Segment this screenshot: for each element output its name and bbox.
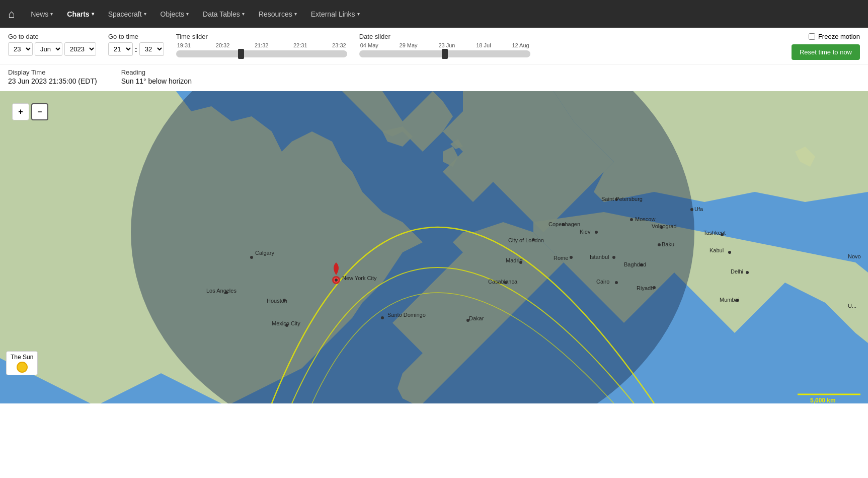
svg-text:New York City: New York City — [342, 275, 377, 281]
svg-text:Calgary: Calgary — [255, 250, 274, 256]
right-controls: Freeze motion Reset time to now — [792, 33, 860, 60]
date-tick-3: 18 Jul — [476, 42, 491, 48]
svg-text:Istanbul: Istanbul — [590, 254, 609, 260]
nav-arrow-external-links: ▾ — [357, 11, 360, 17]
reading-group: Reading Sun 11° below horizon — [121, 69, 192, 85]
goto-time-row: 21 : 32 — [108, 42, 164, 56]
date-tick-1: 29 May — [400, 42, 418, 48]
home-icon[interactable]: ⌂ — [8, 8, 15, 21]
svg-text:Santo Domingo: Santo Domingo — [387, 312, 426, 318]
controls-bar: Go to date 23 Jun 2023 Go to time 21 : 3… — [0, 28, 868, 64]
svg-text:Moscow: Moscow — [635, 216, 655, 222]
svg-point-21 — [658, 243, 661, 246]
sun-icon — [17, 362, 28, 373]
nav-item-objects[interactable]: Objects ▾ — [154, 7, 195, 21]
svg-text:Casablanca: Casablanca — [488, 279, 518, 285]
svg-text:Cairo: Cairo — [596, 279, 609, 285]
date-slider-thumb[interactable] — [442, 49, 448, 59]
svg-text:Baghdad: Baghdad — [624, 261, 646, 267]
nav-arrow-spacecraft: ▾ — [144, 11, 146, 17]
hour-select[interactable]: 21 — [108, 42, 133, 56]
svg-point-4 — [250, 256, 253, 259]
time-slider-label: Time slider — [176, 33, 347, 40]
goto-date-label: Go to date — [8, 33, 96, 40]
svg-text:Mexico City: Mexico City — [272, 320, 300, 326]
reading-label: Reading — [121, 69, 192, 76]
date-slider-wrap[interactable] — [359, 50, 530, 57]
reading-value: Sun 11° below horizon — [121, 77, 192, 85]
goto-time-label: Go to time — [108, 33, 164, 40]
svg-text:Houston: Houston — [267, 298, 287, 304]
svg-point-27 — [728, 251, 731, 254]
svg-text:Madrid: Madrid — [506, 257, 523, 263]
display-time-value: 23 Jun 2023 21:35:00 (EDT) — [8, 77, 97, 85]
freeze-label[interactable]: Freeze motion — [818, 33, 860, 40]
time-slider-group: Time slider 19:31 20:32 21:32 22:31 23:3… — [176, 33, 347, 57]
nav-arrow-news: ▾ — [50, 11, 53, 17]
date-slider-ticks: 04 May 29 May 23 Jun 18 Jul 12 Aug — [359, 42, 530, 48]
svg-text:Tashkent: Tashkent — [703, 230, 726, 236]
svg-point-9 — [381, 316, 384, 319]
svg-point-18 — [570, 256, 573, 259]
svg-point-19 — [612, 256, 615, 259]
nav-item-spacecraft[interactable]: Spacecraft ▾ — [102, 7, 152, 21]
svg-text:Kiev: Kiev — [580, 229, 591, 235]
minute-select[interactable]: 32 — [139, 42, 164, 56]
day-select[interactable]: 23 — [8, 42, 33, 56]
reset-button[interactable]: Reset time to now — [792, 44, 860, 60]
time-tick-2: 21:32 — [255, 42, 269, 48]
goto-date-row: 23 Jun 2023 — [8, 42, 96, 56]
svg-point-5 — [335, 279, 338, 282]
map-container: Calgary New York City Los Angeles Housto… — [0, 91, 868, 403]
svg-text:Dakar: Dakar — [469, 315, 484, 321]
svg-point-17 — [595, 231, 598, 234]
svg-text:Copenhagen: Copenhagen — [548, 221, 580, 227]
sun-text: The Sun — [11, 354, 33, 361]
goto-time-group: Go to time 21 : 32 — [108, 33, 164, 56]
date-tick-4: 12 Aug — [512, 42, 529, 48]
svg-text:Novo: Novo — [848, 253, 861, 259]
svg-text:Los Angeles: Los Angeles — [206, 288, 236, 294]
svg-text:Delhi: Delhi — [731, 268, 743, 275]
nav-item-data-tables[interactable]: Data Tables ▾ — [197, 7, 251, 21]
nav-arrow-charts: ▾ — [92, 11, 94, 17]
zoom-buttons: + – — [12, 103, 48, 120]
svg-text:U...: U... — [848, 303, 856, 309]
zoom-out-button[interactable]: – — [31, 103, 48, 120]
svg-text:Riyadh: Riyadh — [637, 285, 654, 291]
nav-item-charts[interactable]: Charts ▾ — [61, 7, 100, 21]
navbar: ⌂ News ▾ Charts ▾ Spacecraft ▾ Objects ▾… — [0, 0, 868, 28]
svg-point-15 — [630, 218, 633, 221]
svg-text:Baku: Baku — [662, 241, 674, 247]
time-tick-0: 19:31 — [177, 42, 191, 48]
svg-point-1 — [131, 91, 694, 403]
nav-item-news[interactable]: News ▾ — [25, 7, 59, 21]
goto-date-group: Go to date 23 Jun 2023 — [8, 33, 96, 56]
nav-item-external-links[interactable]: External Links ▾ — [305, 7, 366, 21]
year-select[interactable]: 2023 — [64, 42, 96, 56]
nav-arrow-resources: ▾ — [294, 11, 297, 17]
time-tick-1: 20:32 — [216, 42, 230, 48]
svg-text:City of London: City of London — [508, 237, 544, 243]
date-slider-track[interactable] — [359, 50, 530, 57]
svg-text:Volgograd: Volgograd — [652, 223, 677, 229]
zoom-in-button[interactable]: + — [12, 103, 29, 120]
month-select[interactable]: Jun — [35, 42, 62, 56]
display-time-group: Display Time 23 Jun 2023 21:35:00 (EDT) — [8, 69, 97, 85]
sun-label: The Sun — [6, 351, 38, 375]
svg-text:Kabul: Kabul — [709, 247, 724, 253]
time-tick-4: 23:32 — [332, 42, 346, 48]
display-time-label: Display Time — [8, 69, 97, 76]
nav-arrow-data-tables: ▾ — [242, 11, 245, 17]
time-slider-wrap[interactable] — [176, 50, 347, 57]
freeze-checkbox[interactable] — [809, 33, 815, 40]
nav-item-resources[interactable]: Resources ▾ — [253, 7, 303, 21]
date-slider-label: Date slider — [359, 33, 530, 40]
date-slider-group: Date slider 04 May 29 May 23 Jun 18 Jul … — [359, 33, 530, 57]
freeze-row: Freeze motion — [809, 33, 860, 40]
display-row: Display Time 23 Jun 2023 21:35:00 (EDT) … — [0, 64, 868, 91]
time-slider-track[interactable] — [176, 50, 347, 57]
date-tick-0: 04 May — [360, 42, 378, 48]
map-svg: Calgary New York City Los Angeles Housto… — [0, 91, 868, 403]
time-slider-thumb[interactable] — [238, 49, 244, 59]
